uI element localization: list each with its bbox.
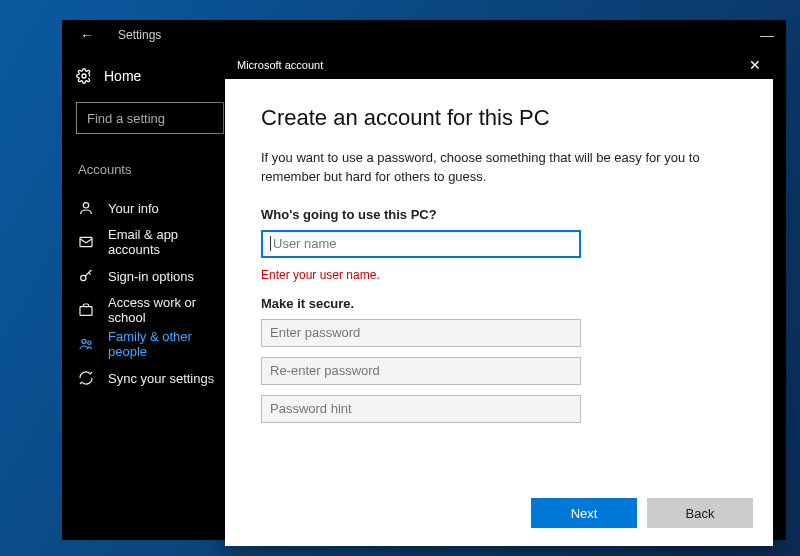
svg-rect-4 [80,307,92,316]
password-hint-field[interactable]: Password hint [261,395,581,423]
sidebar-item-family[interactable]: Family & other people [76,327,228,361]
key-icon [78,268,94,284]
dialog-body: Create an account for this PC If you wan… [225,79,773,498]
settings-titlebar: ← Settings — [62,20,786,50]
username-label: Who's going to use this PC? [261,207,737,222]
close-icon[interactable]: ✕ [749,57,761,73]
dialog-footer: Next Back [225,498,773,546]
dialog-intro: If you want to use a password, choose so… [261,149,737,187]
sidebar-item-label: Your info [108,201,159,216]
sidebar-item-work[interactable]: Access work or school [76,293,228,327]
password-placeholder: Enter password [270,325,360,340]
home-label: Home [104,68,141,84]
sidebar-section-title: Accounts [78,162,228,177]
search-placeholder: Find a setting [87,111,165,126]
minimize-icon[interactable]: — [760,27,774,43]
search-input[interactable]: Find a setting [76,102,224,134]
sidebar-item-label: Family & other people [108,329,228,359]
sidebar-home[interactable]: Home [76,68,228,84]
hint-placeholder: Password hint [270,401,352,416]
sidebar-item-label: Access work or school [108,295,228,325]
person-icon [78,200,94,216]
svg-point-5 [82,339,86,343]
sidebar-item-label: Sign-in options [108,269,194,284]
sync-icon [78,370,94,386]
people-icon [78,336,94,352]
reenter-placeholder: Re-enter password [270,363,380,378]
sidebar-item-your-info[interactable]: Your info [76,191,228,225]
svg-point-6 [88,341,91,344]
svg-point-0 [82,74,86,78]
sidebar-item-signin[interactable]: Sign-in options [76,259,228,293]
back-button[interactable]: Back [647,498,753,528]
mail-icon [78,234,94,250]
dialog-titlebar: Microsoft account ✕ [225,51,773,79]
dialog-heading: Create an account for this PC [261,105,737,131]
back-arrow-icon[interactable]: ← [80,27,94,43]
svg-point-1 [83,203,88,208]
next-button[interactable]: Next [531,498,637,528]
settings-title: Settings [118,28,161,42]
reenter-password-field[interactable]: Re-enter password [261,357,581,385]
sidebar-item-label: Sync your settings [108,371,214,386]
gear-icon [76,68,92,84]
dialog-title: Microsoft account [237,59,323,71]
username-placeholder: User name [273,236,337,251]
password-label: Make it secure. [261,296,737,311]
sidebar-item-label: Email & app accounts [108,227,228,257]
username-error: Enter your user name. [261,268,737,282]
account-dialog: Microsoft account ✕ Create an account fo… [225,51,773,546]
settings-sidebar: Home Find a setting Accounts Your info E… [62,50,242,395]
sidebar-item-sync[interactable]: Sync your settings [76,361,228,395]
username-field[interactable]: User name [261,230,581,258]
sidebar-item-email[interactable]: Email & app accounts [76,225,228,259]
password-field[interactable]: Enter password [261,319,581,347]
briefcase-icon [78,302,94,318]
